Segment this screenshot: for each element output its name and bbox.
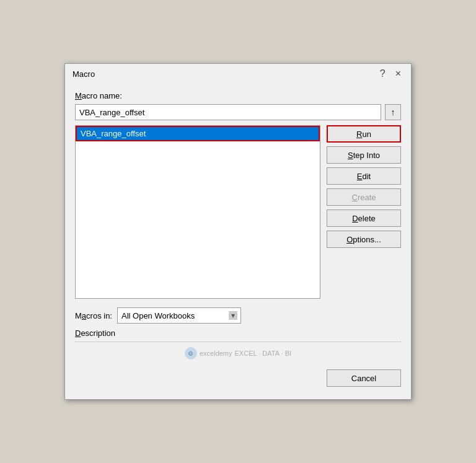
help-button[interactable]: ? — [377, 69, 388, 79]
macro-name-label-text: acro name: — [82, 91, 122, 100]
macro-name-label-underline: M — [75, 91, 82, 100]
description-divider — [75, 342, 401, 342]
options-button[interactable]: Options... — [327, 231, 401, 248]
macros-in-underline: a — [82, 311, 86, 320]
macro-list-container: VBA_range_offset — [75, 125, 320, 299]
watermark-subtitle: EXCEL · DATA · BI — [235, 350, 292, 357]
bottom-section: Macros in: All Open Workbooks This Workb… — [75, 307, 401, 389]
watermark-icon: ⚙ — [185, 347, 197, 359]
description-underline: D — [75, 329, 81, 338]
dialog-body: Macro name: ↑ VBA_range_offset Run Step … — [65, 81, 411, 399]
edit-button[interactable]: Edit — [327, 167, 401, 185]
close-button[interactable]: × — [393, 69, 403, 79]
title-bar-right: ? × — [377, 69, 403, 79]
title-bar-left: Macro — [73, 69, 95, 79]
create-button[interactable]: Create — [327, 188, 401, 206]
description-label: Description — [75, 329, 401, 338]
edit-label-rest: dit — [362, 172, 371, 181]
buttons-column: Run Step Into Edit Create Delete Options… — [327, 125, 401, 299]
macros-in-select[interactable]: All Open Workbooks This Workbook Persona… — [117, 307, 241, 324]
sort-button[interactable]: ↑ — [385, 104, 401, 120]
main-area: VBA_range_offset Run Step Into Edit Crea… — [75, 125, 401, 299]
create-label-rest: reate — [358, 193, 376, 202]
watermark-text: exceldemy — [200, 350, 232, 357]
macro-name-label: Macro name: — [75, 91, 401, 100]
delete-button[interactable]: Delete — [327, 209, 401, 227]
options-label-rest: ptions... — [353, 235, 381, 244]
macro-name-input[interactable] — [75, 104, 381, 120]
list-item[interactable]: VBA_range_offset — [76, 126, 320, 141]
create-underline: C — [351, 193, 357, 202]
step-into-label-rest: tep Into — [353, 151, 380, 160]
dialog-title: Macro — [73, 69, 95, 79]
footer-row: Cancel — [75, 364, 401, 389]
macros-in-label: Macros in: — [75, 311, 112, 320]
options-underline: O — [346, 235, 353, 244]
title-bar: Macro ? × — [65, 64, 411, 81]
macros-in-row: Macros in: All Open Workbooks This Workb… — [75, 307, 401, 324]
delete-underline: D — [352, 214, 358, 223]
run-button[interactable]: Run — [327, 125, 401, 143]
macro-dialog: Macro ? × Macro name: ↑ VBA_range_offset — [64, 63, 412, 400]
cancel-button[interactable]: Cancel — [327, 369, 401, 387]
delete-label-rest: elete — [358, 214, 376, 223]
run-label-rest: un — [362, 130, 371, 139]
step-into-button[interactable]: Step Into — [327, 146, 401, 164]
macro-name-row: ↑ — [75, 104, 401, 120]
macro-list[interactable]: VBA_range_offset — [76, 126, 320, 298]
macros-in-select-wrapper: All Open Workbooks This Workbook Persona… — [117, 307, 241, 324]
watermark: ⚙ exceldemy EXCEL · DATA · BI — [75, 347, 401, 359]
description-label-rest: escription — [81, 329, 115, 338]
step-into-underline: S — [348, 151, 353, 160]
